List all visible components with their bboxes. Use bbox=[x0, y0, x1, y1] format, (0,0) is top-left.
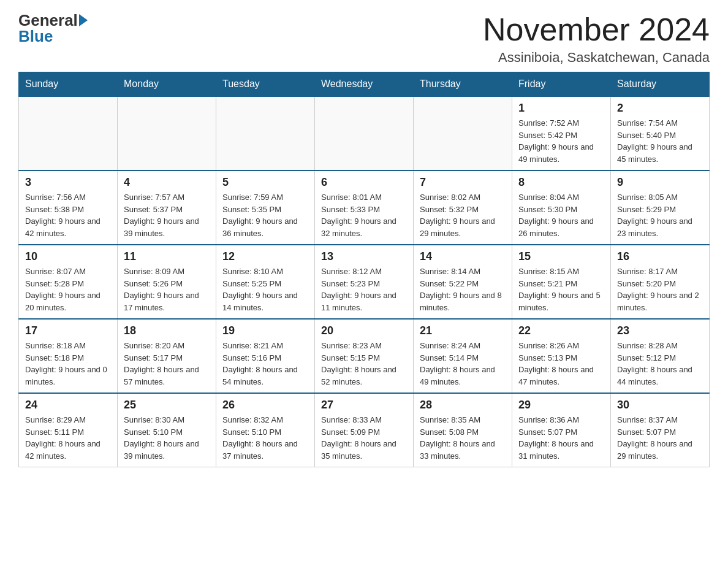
day-number: 3 bbox=[25, 176, 111, 189]
day-info: Sunrise: 8:23 AM Sunset: 5:15 PM Dayligh… bbox=[321, 340, 407, 388]
day-number: 1 bbox=[518, 102, 604, 115]
calendar-week-row: 10Sunrise: 8:07 AM Sunset: 5:28 PM Dayli… bbox=[19, 245, 710, 319]
page-header: General Blue November 2024 Assiniboia, S… bbox=[18, 12, 710, 66]
day-info: Sunrise: 8:12 AM Sunset: 5:23 PM Dayligh… bbox=[321, 266, 407, 313]
calendar-cell: 13Sunrise: 8:12 AM Sunset: 5:23 PM Dayli… bbox=[315, 245, 414, 319]
day-number: 17 bbox=[25, 324, 111, 337]
day-number: 23 bbox=[617, 324, 703, 337]
logo-arrow-icon bbox=[79, 14, 88, 26]
day-number: 7 bbox=[420, 176, 506, 189]
day-info: Sunrise: 8:32 AM Sunset: 5:10 PM Dayligh… bbox=[222, 414, 308, 462]
day-number: 20 bbox=[321, 324, 407, 337]
calendar-week-row: 17Sunrise: 8:18 AM Sunset: 5:18 PM Dayli… bbox=[19, 319, 710, 393]
calendar-cell bbox=[216, 96, 315, 170]
calendar-week-row: 1Sunrise: 7:52 AM Sunset: 5:42 PM Daylig… bbox=[19, 96, 710, 170]
day-info: Sunrise: 7:56 AM Sunset: 5:38 PM Dayligh… bbox=[25, 191, 111, 239]
day-info: Sunrise: 8:35 AM Sunset: 5:08 PM Dayligh… bbox=[420, 414, 506, 462]
day-info: Sunrise: 7:52 AM Sunset: 5:42 PM Dayligh… bbox=[518, 117, 604, 165]
logo: General Blue bbox=[18, 12, 88, 44]
day-info: Sunrise: 8:09 AM Sunset: 5:26 PM Dayligh… bbox=[124, 266, 210, 313]
day-info: Sunrise: 8:37 AM Sunset: 5:07 PM Dayligh… bbox=[617, 414, 703, 462]
calendar-header-monday: Monday bbox=[118, 72, 216, 97]
calendar-cell: 5Sunrise: 7:59 AM Sunset: 5:35 PM Daylig… bbox=[216, 170, 315, 245]
day-number: 11 bbox=[124, 250, 210, 263]
day-number: 2 bbox=[617, 102, 703, 115]
day-number: 10 bbox=[25, 250, 111, 263]
day-number: 4 bbox=[124, 176, 210, 189]
day-number: 21 bbox=[420, 324, 506, 337]
calendar-cell: 17Sunrise: 8:18 AM Sunset: 5:18 PM Dayli… bbox=[19, 319, 118, 393]
day-number: 24 bbox=[25, 399, 111, 412]
calendar-header-saturday: Saturday bbox=[611, 72, 710, 97]
day-number: 14 bbox=[420, 250, 506, 263]
day-info: Sunrise: 8:21 AM Sunset: 5:16 PM Dayligh… bbox=[222, 340, 308, 388]
day-number: 12 bbox=[222, 250, 308, 263]
title-section: November 2024 Assiniboia, Saskatchewan, … bbox=[483, 12, 710, 66]
day-info: Sunrise: 8:33 AM Sunset: 5:09 PM Dayligh… bbox=[321, 414, 407, 462]
location-text: Assiniboia, Saskatchewan, Canada bbox=[483, 50, 710, 66]
day-number: 22 bbox=[518, 324, 604, 337]
day-info: Sunrise: 8:07 AM Sunset: 5:28 PM Dayligh… bbox=[25, 266, 111, 313]
month-title: November 2024 bbox=[483, 12, 710, 47]
day-info: Sunrise: 7:54 AM Sunset: 5:40 PM Dayligh… bbox=[617, 117, 703, 165]
day-info: Sunrise: 8:02 AM Sunset: 5:32 PM Dayligh… bbox=[420, 191, 506, 239]
day-number: 26 bbox=[222, 399, 308, 412]
day-info: Sunrise: 8:24 AM Sunset: 5:14 PM Dayligh… bbox=[420, 340, 506, 388]
day-info: Sunrise: 8:26 AM Sunset: 5:13 PM Dayligh… bbox=[518, 340, 604, 388]
calendar-cell: 9Sunrise: 8:05 AM Sunset: 5:29 PM Daylig… bbox=[611, 170, 710, 245]
calendar-cell: 7Sunrise: 8:02 AM Sunset: 5:32 PM Daylig… bbox=[414, 170, 512, 245]
calendar-header-sunday: Sunday bbox=[19, 72, 118, 97]
calendar-cell: 26Sunrise: 8:32 AM Sunset: 5:10 PM Dayli… bbox=[216, 393, 315, 467]
day-number: 19 bbox=[222, 324, 308, 337]
day-number: 29 bbox=[518, 399, 604, 412]
calendar-cell: 4Sunrise: 7:57 AM Sunset: 5:37 PM Daylig… bbox=[118, 170, 216, 245]
logo-blue-text: Blue bbox=[18, 28, 53, 44]
day-info: Sunrise: 8:04 AM Sunset: 5:30 PM Dayligh… bbox=[518, 191, 604, 239]
day-info: Sunrise: 8:14 AM Sunset: 5:22 PM Dayligh… bbox=[420, 266, 506, 313]
logo-general-text: General bbox=[18, 12, 78, 28]
calendar-cell: 29Sunrise: 8:36 AM Sunset: 5:07 PM Dayli… bbox=[512, 393, 611, 467]
calendar-week-row: 24Sunrise: 8:29 AM Sunset: 5:11 PM Dayli… bbox=[19, 393, 710, 467]
calendar-cell: 1Sunrise: 7:52 AM Sunset: 5:42 PM Daylig… bbox=[512, 96, 611, 170]
calendar-cell: 12Sunrise: 8:10 AM Sunset: 5:25 PM Dayli… bbox=[216, 245, 315, 319]
calendar-table: SundayMondayTuesdayWednesdayThursdayFrid… bbox=[18, 72, 710, 467]
calendar-cell bbox=[315, 96, 414, 170]
day-number: 13 bbox=[321, 250, 407, 263]
calendar-header-wednesday: Wednesday bbox=[315, 72, 414, 97]
calendar-cell: 22Sunrise: 8:26 AM Sunset: 5:13 PM Dayli… bbox=[512, 319, 611, 393]
day-info: Sunrise: 8:18 AM Sunset: 5:18 PM Dayligh… bbox=[25, 340, 111, 388]
calendar-week-row: 3Sunrise: 7:56 AM Sunset: 5:38 PM Daylig… bbox=[19, 170, 710, 245]
calendar-cell bbox=[414, 96, 512, 170]
day-info: Sunrise: 7:57 AM Sunset: 5:37 PM Dayligh… bbox=[124, 191, 210, 239]
calendar-cell: 15Sunrise: 8:15 AM Sunset: 5:21 PM Dayli… bbox=[512, 245, 611, 319]
day-info: Sunrise: 8:15 AM Sunset: 5:21 PM Dayligh… bbox=[518, 266, 604, 313]
day-number: 9 bbox=[617, 176, 703, 189]
day-number: 8 bbox=[518, 176, 604, 189]
calendar-header-friday: Friday bbox=[512, 72, 611, 97]
calendar-cell: 25Sunrise: 8:30 AM Sunset: 5:10 PM Dayli… bbox=[118, 393, 216, 467]
day-number: 6 bbox=[321, 176, 407, 189]
calendar-cell: 3Sunrise: 7:56 AM Sunset: 5:38 PM Daylig… bbox=[19, 170, 118, 245]
calendar-cell: 18Sunrise: 8:20 AM Sunset: 5:17 PM Dayli… bbox=[118, 319, 216, 393]
day-number: 28 bbox=[420, 399, 506, 412]
day-info: Sunrise: 7:59 AM Sunset: 5:35 PM Dayligh… bbox=[222, 191, 308, 239]
calendar-header-tuesday: Tuesday bbox=[216, 72, 315, 97]
day-info: Sunrise: 8:28 AM Sunset: 5:12 PM Dayligh… bbox=[617, 340, 703, 388]
day-number: 5 bbox=[222, 176, 308, 189]
calendar-cell: 27Sunrise: 8:33 AM Sunset: 5:09 PM Dayli… bbox=[315, 393, 414, 467]
calendar-cell: 28Sunrise: 8:35 AM Sunset: 5:08 PM Dayli… bbox=[414, 393, 512, 467]
calendar-cell bbox=[118, 96, 216, 170]
calendar-cell: 16Sunrise: 8:17 AM Sunset: 5:20 PM Dayli… bbox=[611, 245, 710, 319]
calendar-cell: 11Sunrise: 8:09 AM Sunset: 5:26 PM Dayli… bbox=[118, 245, 216, 319]
calendar-cell: 24Sunrise: 8:29 AM Sunset: 5:11 PM Dayli… bbox=[19, 393, 118, 467]
calendar-cell bbox=[19, 96, 118, 170]
day-number: 18 bbox=[124, 324, 210, 337]
day-info: Sunrise: 8:29 AM Sunset: 5:11 PM Dayligh… bbox=[25, 414, 111, 462]
day-info: Sunrise: 8:17 AM Sunset: 5:20 PM Dayligh… bbox=[617, 266, 703, 313]
day-number: 25 bbox=[124, 399, 210, 412]
day-info: Sunrise: 8:30 AM Sunset: 5:10 PM Dayligh… bbox=[124, 414, 210, 462]
day-number: 30 bbox=[617, 399, 703, 412]
day-number: 15 bbox=[518, 250, 604, 263]
day-info: Sunrise: 8:36 AM Sunset: 5:07 PM Dayligh… bbox=[518, 414, 604, 462]
calendar-cell: 8Sunrise: 8:04 AM Sunset: 5:30 PM Daylig… bbox=[512, 170, 611, 245]
